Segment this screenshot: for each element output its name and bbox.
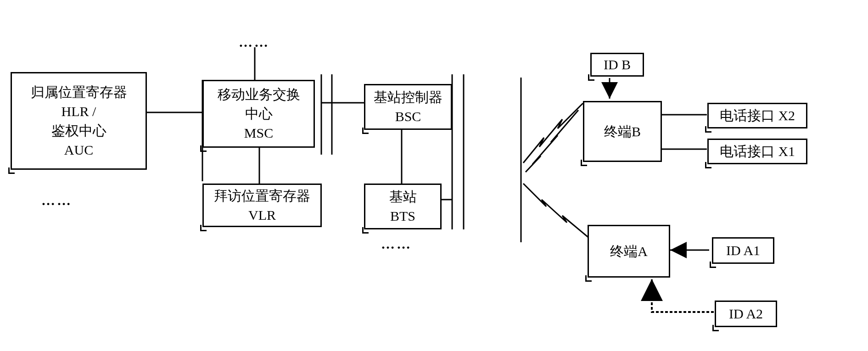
msc-line1: 移动业务交换	[218, 85, 300, 104]
ellipsis-left: ……	[41, 193, 73, 208]
vlr-line1: 拜访位置寄存器	[214, 186, 310, 206]
id-a2-label: ID A2	[729, 304, 763, 323]
hlr-line4: AUC	[64, 140, 93, 160]
vlr-box: 拜访位置寄存器 VLR	[202, 184, 322, 227]
bsc-box: 基站控制器 BSC	[364, 84, 452, 130]
bsc-line1: 基站控制器	[374, 88, 442, 107]
phone-x1-label: 电话接口 X1	[720, 142, 795, 161]
bts-line2: BTS	[390, 206, 415, 226]
hlr-line3: 鉴权中心	[51, 121, 106, 140]
terminal-a-box: 终端A	[588, 225, 670, 278]
id-b-box: ID B	[590, 53, 644, 77]
terminal-b-label: 终端B	[604, 122, 641, 141]
ellipsis-bottom: ……	[381, 236, 412, 252]
bsc-line2: BSC	[395, 107, 421, 126]
terminal-b-box: 终端B	[583, 101, 662, 162]
hlr-line2: HLR /	[62, 102, 96, 121]
phone-x2-label: 电话接口 X2	[720, 106, 795, 125]
diagram-connectors	[0, 0, 868, 351]
terminal-a-label: 终端A	[610, 242, 648, 261]
msc-line3: MSC	[244, 123, 273, 143]
vlr-line2: VLR	[248, 206, 276, 225]
hlr-line1: 归属位置寄存器	[31, 83, 127, 102]
ellipsis-top: ……	[239, 34, 270, 50]
id-b-label: ID B	[604, 55, 631, 74]
hlr-auc-box: 归属位置寄存器 HLR / 鉴权中心 AUC	[11, 72, 147, 170]
phone-x2-box: 电话接口 X2	[707, 103, 807, 128]
bts-box: 基站 BTS	[364, 184, 442, 229]
bts-line1: 基站	[389, 187, 417, 206]
id-a1-label: ID A1	[726, 241, 760, 260]
id-a2-box: ID A2	[715, 301, 777, 327]
msc-line2: 中心	[245, 104, 273, 123]
phone-x1-box: 电话接口 X1	[707, 139, 807, 164]
msc-box: 移动业务交换 中心 MSC	[202, 80, 315, 148]
id-a1-box: ID A1	[712, 237, 774, 264]
